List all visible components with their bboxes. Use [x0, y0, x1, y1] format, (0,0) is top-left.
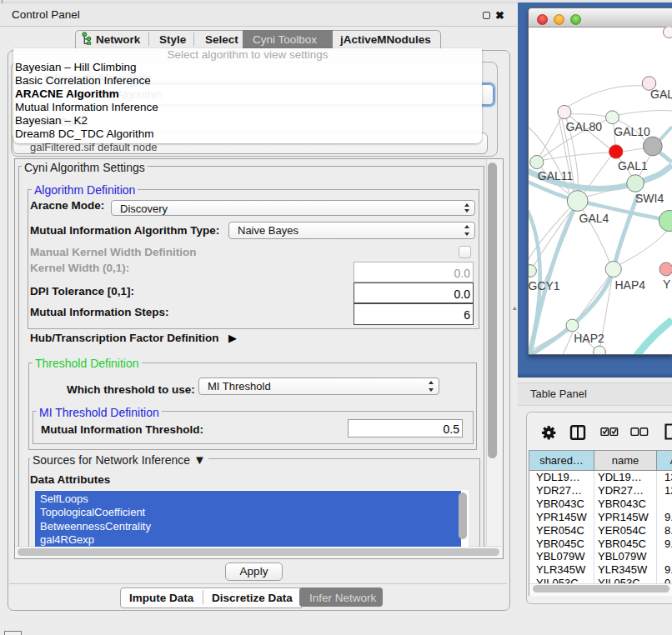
svg-text:GAL1: GAL1 — [618, 159, 648, 172]
svg-text:HAP2: HAP2 — [574, 332, 604, 345]
svg-text:GAL10: GAL10 — [614, 125, 650, 138]
svg-text:GAL7: GAL7 — [650, 88, 672, 101]
svg-text:GAL11: GAL11 — [538, 169, 574, 182]
svg-text:HAP4: HAP4 — [615, 278, 646, 292]
svg-text:GAL80: GAL80 — [566, 120, 603, 133]
svg-text:SWI4: SWI4 — [635, 192, 664, 205]
svg-text:GAL4: GAL4 — [579, 212, 609, 225]
svg-text:GCY1: GCY1 — [529, 279, 560, 292]
svg-text:Y: Y — [663, 278, 671, 291]
